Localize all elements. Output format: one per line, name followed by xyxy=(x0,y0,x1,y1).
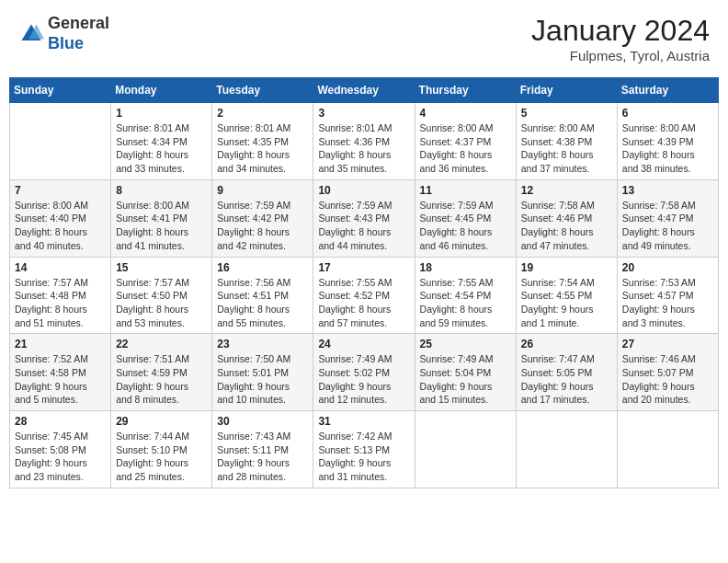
calendar-cell: 1Sunrise: 8:01 AMSunset: 4:34 PMDaylight… xyxy=(111,103,212,180)
title-area: January 2024 Fulpmes, Tyrol, Austria xyxy=(531,14,710,63)
day-number: 13 xyxy=(622,184,713,197)
calendar-cell: 18Sunrise: 7:55 AMSunset: 4:54 PMDayligh… xyxy=(415,257,516,334)
calendar-cell: 2Sunrise: 8:01 AMSunset: 4:35 PMDaylight… xyxy=(212,103,313,180)
day-info: Sunrise: 7:58 AMSunset: 4:47 PMDaylight:… xyxy=(622,199,713,253)
day-info: Sunrise: 7:55 AMSunset: 4:54 PMDaylight:… xyxy=(420,276,511,330)
day-number: 20 xyxy=(622,261,713,274)
day-info: Sunrise: 8:00 AMSunset: 4:41 PMDaylight:… xyxy=(116,199,207,253)
calendar-cell: 23Sunrise: 7:50 AMSunset: 5:01 PMDayligh… xyxy=(212,334,313,411)
day-number: 21 xyxy=(15,338,106,350)
day-number: 31 xyxy=(318,415,409,428)
day-number: 28 xyxy=(15,415,106,428)
weekday-header: Monday xyxy=(111,78,212,103)
day-info: Sunrise: 8:01 AMSunset: 4:36 PMDaylight:… xyxy=(318,121,409,176)
day-info: Sunrise: 7:53 AMSunset: 4:57 PMDaylight:… xyxy=(622,276,713,330)
day-number: 14 xyxy=(15,261,106,274)
day-info: Sunrise: 7:44 AMSunset: 5:10 PMDaylight:… xyxy=(116,430,207,484)
calendar-cell: 21Sunrise: 7:52 AMSunset: 4:58 PMDayligh… xyxy=(10,334,111,411)
calendar-cell: 20Sunrise: 7:53 AMSunset: 4:57 PMDayligh… xyxy=(617,257,718,334)
day-number: 5 xyxy=(521,107,612,120)
calendar-cell xyxy=(415,411,516,488)
calendar-cell: 17Sunrise: 7:55 AMSunset: 4:52 PMDayligh… xyxy=(313,257,415,334)
day-number: 27 xyxy=(622,338,713,350)
calendar-cell: 19Sunrise: 7:54 AMSunset: 4:55 PMDayligh… xyxy=(516,257,617,334)
day-info: Sunrise: 7:57 AMSunset: 4:50 PMDaylight:… xyxy=(116,276,207,330)
calendar-week-row: 1Sunrise: 8:01 AMSunset: 4:34 PMDaylight… xyxy=(10,103,719,180)
calendar-cell: 6Sunrise: 8:00 AMSunset: 4:39 PMDaylight… xyxy=(617,103,718,180)
calendar-cell: 15Sunrise: 7:57 AMSunset: 4:50 PMDayligh… xyxy=(111,257,212,334)
day-info: Sunrise: 7:54 AMSunset: 4:55 PMDaylight:… xyxy=(521,276,612,330)
calendar-cell: 9Sunrise: 7:59 AMSunset: 4:42 PMDaylight… xyxy=(212,179,313,257)
calendar-week-row: 28Sunrise: 7:45 AMSunset: 5:08 PMDayligh… xyxy=(10,411,719,488)
day-number: 7 xyxy=(15,184,106,197)
day-info: Sunrise: 7:56 AMSunset: 4:51 PMDaylight:… xyxy=(217,276,308,330)
day-number: 11 xyxy=(420,184,511,197)
weekday-header: Wednesday xyxy=(313,78,415,103)
day-info: Sunrise: 8:01 AMSunset: 4:35 PMDaylight:… xyxy=(217,121,308,176)
day-number: 18 xyxy=(420,261,511,274)
calendar-cell: 31Sunrise: 7:42 AMSunset: 5:13 PMDayligh… xyxy=(313,411,415,488)
day-info: Sunrise: 7:46 AMSunset: 5:07 PMDaylight:… xyxy=(622,352,713,407)
day-number: 19 xyxy=(521,261,612,274)
day-number: 25 xyxy=(420,338,511,350)
day-number: 1 xyxy=(116,107,207,120)
day-info: Sunrise: 7:59 AMSunset: 4:43 PMDaylight:… xyxy=(318,199,409,253)
day-info: Sunrise: 7:47 AMSunset: 5:05 PMDaylight:… xyxy=(521,352,612,407)
calendar-cell: 13Sunrise: 7:58 AMSunset: 4:47 PMDayligh… xyxy=(617,179,718,257)
calendar-cell: 8Sunrise: 8:00 AMSunset: 4:41 PMDaylight… xyxy=(111,179,212,257)
calendar-cell: 24Sunrise: 7:49 AMSunset: 5:02 PMDayligh… xyxy=(313,334,415,411)
day-info: Sunrise: 7:49 AMSunset: 5:04 PMDaylight:… xyxy=(420,352,511,407)
day-number: 22 xyxy=(116,338,207,350)
day-info: Sunrise: 8:00 AMSunset: 4:40 PMDaylight:… xyxy=(15,199,106,253)
day-info: Sunrise: 7:59 AMSunset: 4:42 PMDaylight:… xyxy=(217,199,308,253)
calendar-cell: 26Sunrise: 7:47 AMSunset: 5:05 PMDayligh… xyxy=(516,334,617,411)
day-info: Sunrise: 7:58 AMSunset: 4:46 PMDaylight:… xyxy=(521,199,612,253)
day-number: 10 xyxy=(318,184,409,197)
day-info: Sunrise: 7:59 AMSunset: 4:45 PMDaylight:… xyxy=(420,199,511,253)
calendar-cell: 25Sunrise: 7:49 AMSunset: 5:04 PMDayligh… xyxy=(415,334,516,411)
calendar-week-row: 7Sunrise: 8:00 AMSunset: 4:40 PMDaylight… xyxy=(10,179,719,257)
calendar-cell xyxy=(516,411,617,488)
day-info: Sunrise: 7:42 AMSunset: 5:13 PMDaylight:… xyxy=(318,430,409,484)
day-info: Sunrise: 8:00 AMSunset: 4:39 PMDaylight:… xyxy=(622,121,713,176)
day-info: Sunrise: 8:01 AMSunset: 4:34 PMDaylight:… xyxy=(116,121,207,176)
calendar-cell: 10Sunrise: 7:59 AMSunset: 4:43 PMDayligh… xyxy=(313,179,415,257)
weekday-header: Sunday xyxy=(10,78,111,103)
day-info: Sunrise: 7:43 AMSunset: 5:11 PMDaylight:… xyxy=(217,430,308,484)
logo-icon xyxy=(18,21,44,47)
day-number: 26 xyxy=(521,338,612,350)
calendar-cell: 27Sunrise: 7:46 AMSunset: 5:07 PMDayligh… xyxy=(617,334,718,411)
day-info: Sunrise: 7:51 AMSunset: 4:59 PMDaylight:… xyxy=(116,352,207,407)
calendar-week-row: 21Sunrise: 7:52 AMSunset: 4:58 PMDayligh… xyxy=(10,334,719,411)
calendar-week-row: 14Sunrise: 7:57 AMSunset: 4:48 PMDayligh… xyxy=(10,257,719,334)
day-number: 3 xyxy=(318,107,409,120)
calendar-cell xyxy=(617,411,718,488)
page-header: General Blue January 2024 Fulpmes, Tyrol… xyxy=(9,9,719,68)
day-info: Sunrise: 7:50 AMSunset: 5:01 PMDaylight:… xyxy=(217,352,308,407)
day-number: 17 xyxy=(318,261,409,274)
day-number: 29 xyxy=(116,415,207,428)
location-subtitle: Fulpmes, Tyrol, Austria xyxy=(531,48,710,63)
calendar-cell xyxy=(10,103,111,180)
calendar-cell: 11Sunrise: 7:59 AMSunset: 4:45 PMDayligh… xyxy=(415,179,516,257)
calendar-cell: 16Sunrise: 7:56 AMSunset: 4:51 PMDayligh… xyxy=(212,257,313,334)
weekday-header: Saturday xyxy=(617,78,718,103)
weekday-header: Friday xyxy=(516,78,617,103)
day-info: Sunrise: 7:55 AMSunset: 4:52 PMDaylight:… xyxy=(318,276,409,330)
calendar-cell: 12Sunrise: 7:58 AMSunset: 4:46 PMDayligh… xyxy=(516,179,617,257)
day-info: Sunrise: 8:00 AMSunset: 4:37 PMDaylight:… xyxy=(420,121,511,176)
day-number: 16 xyxy=(217,261,308,274)
calendar-cell: 14Sunrise: 7:57 AMSunset: 4:48 PMDayligh… xyxy=(10,257,111,334)
day-number: 4 xyxy=(420,107,511,120)
day-info: Sunrise: 7:49 AMSunset: 5:02 PMDaylight:… xyxy=(318,352,409,407)
day-number: 8 xyxy=(116,184,207,197)
day-info: Sunrise: 7:45 AMSunset: 5:08 PMDaylight:… xyxy=(15,430,106,484)
day-info: Sunrise: 7:52 AMSunset: 4:58 PMDaylight:… xyxy=(15,352,106,407)
weekday-header-row: SundayMondayTuesdayWednesdayThursdayFrid… xyxy=(10,78,719,103)
calendar-cell: 22Sunrise: 7:51 AMSunset: 4:59 PMDayligh… xyxy=(111,334,212,411)
day-number: 23 xyxy=(217,338,308,350)
day-info: Sunrise: 7:57 AMSunset: 4:48 PMDaylight:… xyxy=(15,276,106,330)
day-number: 30 xyxy=(217,415,308,428)
calendar-cell: 5Sunrise: 8:00 AMSunset: 4:38 PMDaylight… xyxy=(516,103,617,180)
calendar-cell: 7Sunrise: 8:00 AMSunset: 4:40 PMDaylight… xyxy=(10,179,111,257)
